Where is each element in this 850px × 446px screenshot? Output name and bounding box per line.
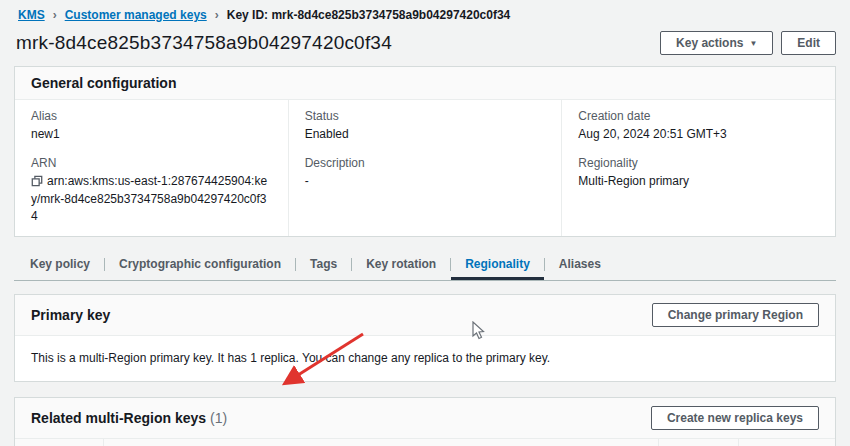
- related-keys-title-text: Related multi-Region keys: [31, 410, 206, 426]
- alias-label: Alias: [31, 109, 272, 123]
- table-header-row: Region Key ARN Status Regionality: [15, 439, 835, 446]
- column-header-key-arn: Key ARN: [103, 439, 658, 446]
- tab-cryptographic-configuration[interactable]: Cryptographic configuration: [105, 249, 295, 280]
- creation-date-field: Creation date Aug 20, 2024 20:51 GMT+3: [578, 109, 819, 143]
- related-multi-region-keys-panel: Related multi-Region keys(1) Create new …: [14, 397, 836, 446]
- tab-aliases[interactable]: Aliases: [545, 249, 615, 280]
- caret-down-icon: ▼: [749, 39, 757, 48]
- arn-value: arn:aws:kms:us-east-1:287674425904:key/m…: [31, 173, 272, 225]
- breadcrumb-separator-icon: ›: [53, 8, 57, 22]
- tab-key-rotation[interactable]: Key rotation: [352, 249, 450, 280]
- general-configuration-header: General configuration: [15, 67, 835, 100]
- change-primary-region-button[interactable]: Change primary Region: [652, 303, 819, 327]
- breadcrumb-current: Key ID: mrk-8d4ce825b3734758a9b04297420c…: [227, 8, 511, 22]
- arn-label: ARN: [31, 156, 272, 170]
- breadcrumb-link-kms[interactable]: KMS: [18, 8, 45, 22]
- description-value: -: [305, 173, 546, 190]
- general-configuration-column-2: Status Enabled Description -: [288, 100, 562, 236]
- key-actions-button[interactable]: Key actions▼: [660, 31, 773, 55]
- general-configuration-body: Alias new1 ARN arn:aws:kms:us-east-1:287…: [15, 100, 835, 236]
- primary-key-description: This is a multi-Region primary key. It h…: [15, 336, 835, 381]
- arn-field: ARN arn:aws:kms:us-east-1:287674425904:k…: [31, 156, 272, 225]
- description-label: Description: [305, 156, 546, 170]
- tab-regionality[interactable]: Regionality: [451, 249, 544, 280]
- tab-key-policy[interactable]: Key policy: [16, 249, 104, 280]
- arn-text: arn:aws:kms:us-east-1:287674425904:key/m…: [31, 174, 267, 223]
- regionality-label: Regionality: [578, 156, 819, 170]
- general-configuration-panel: General configuration Alias new1 ARN arn…: [14, 66, 836, 237]
- copy-icon[interactable]: [31, 175, 43, 187]
- breadcrumb: KMS › Customer managed keys › Key ID: mr…: [14, 8, 836, 22]
- regionality-field: Regionality Multi-Region primary: [578, 156, 819, 190]
- related-keys-title: Related multi-Region keys(1): [31, 410, 227, 426]
- breadcrumb-separator-icon: ›: [215, 8, 219, 22]
- kms-key-detail-page: KMS › Customer managed keys › Key ID: mr…: [0, 0, 850, 446]
- primary-key-title: Primary key: [31, 307, 110, 323]
- general-configuration-column-3: Creation date Aug 20, 2024 20:51 GMT+3 R…: [561, 100, 835, 236]
- column-header-region: Region: [15, 439, 103, 446]
- related-keys-header: Related multi-Region keys(1) Create new …: [15, 398, 835, 439]
- page-title: mrk-8d4ce825b3734758a9b04297420c0f34: [16, 32, 392, 54]
- page-header: mrk-8d4ce825b3734758a9b04297420c0f34 Key…: [14, 31, 836, 55]
- primary-key-panel: Primary key Change primary Region This i…: [14, 294, 836, 382]
- alias-field: Alias new1: [31, 109, 272, 143]
- primary-key-header: Primary key Change primary Region: [15, 295, 835, 336]
- status-field: Status Enabled: [305, 109, 546, 143]
- breadcrumb-link-customer-managed-keys[interactable]: Customer managed keys: [65, 8, 207, 22]
- replica-keys-table: Region Key ARN Status Regionality us-eas…: [15, 439, 835, 446]
- key-actions-label: Key actions: [676, 36, 743, 50]
- related-keys-count: (1): [210, 410, 227, 426]
- column-header-regionality: Regionality: [738, 439, 835, 446]
- general-configuration-column-1: Alias new1 ARN arn:aws:kms:us-east-1:287…: [15, 100, 288, 236]
- edit-button[interactable]: Edit: [781, 31, 836, 55]
- creation-date-value: Aug 20, 2024 20:51 GMT+3: [578, 126, 819, 143]
- alias-value: new1: [31, 126, 272, 143]
- creation-date-label: Creation date: [578, 109, 819, 123]
- status-value: Enabled: [305, 126, 546, 143]
- status-label: Status: [305, 109, 546, 123]
- column-header-status: Status: [658, 439, 738, 446]
- page-header-actions: Key actions▼ Edit: [660, 31, 836, 55]
- key-detail-tabs: Key policy Cryptographic configuration T…: [14, 249, 836, 281]
- create-new-replica-keys-button[interactable]: Create new replica keys: [651, 406, 819, 430]
- tab-tags[interactable]: Tags: [296, 249, 351, 280]
- description-field: Description -: [305, 156, 546, 190]
- regionality-value: Multi-Region primary: [578, 173, 819, 190]
- general-configuration-title: General configuration: [31, 75, 176, 91]
